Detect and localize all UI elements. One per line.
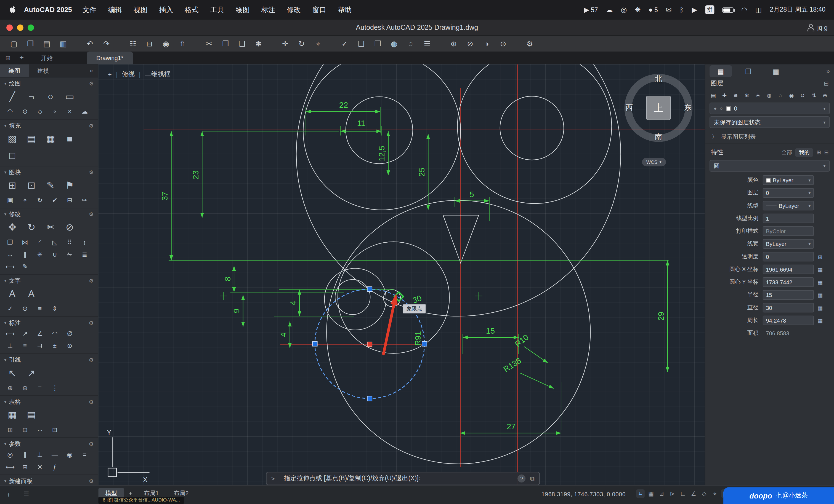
property-value-1[interactable]: 0▾	[763, 188, 814, 198]
grip-center-hot[interactable]	[367, 342, 372, 347]
gradient-icon[interactable]: ▦	[41, 131, 60, 147]
battery-icon[interactable]	[722, 7, 733, 13]
cut-icon[interactable]: ✂	[202, 37, 215, 50]
close-window-button[interactable]	[6, 24, 13, 30]
circle-icon[interactable]: ○	[41, 89, 60, 105]
boundary-icon[interactable]: □	[3, 148, 22, 164]
cloud-icon[interactable]: ☁	[606, 6, 613, 14]
angular-dimension-icon[interactable]: ∠	[33, 328, 47, 339]
gear-icon[interactable]: ⚙	[89, 441, 93, 446]
property-value-9[interactable]: 15	[763, 290, 814, 300]
gear-icon[interactable]: ⚙	[89, 211, 93, 217]
property-value-4[interactable]: ByColor	[763, 226, 814, 236]
menubar-menu-3[interactable]: 插入	[159, 5, 173, 15]
property-value-3[interactable]: 1	[763, 214, 814, 223]
menubar-menu-1[interactable]: 编辑	[108, 5, 122, 15]
gear-icon[interactable]: ⚙	[89, 122, 93, 128]
sheet-set-panel-tab[interactable]: ❒	[737, 65, 760, 77]
menubar-menu-10[interactable]: 帮助	[338, 5, 352, 15]
table-panel-tab[interactable]: ▦	[765, 65, 787, 77]
input-method-icon[interactable]: 拼	[705, 5, 714, 14]
baseline-dimension-icon[interactable]: ≡	[18, 340, 32, 351]
tab-drawing1[interactable]: Drawing1*	[87, 51, 133, 64]
ellipse-icon[interactable]: ⊙	[18, 106, 32, 117]
menubar-clock[interactable]: 2月28日 周五 18:40	[770, 5, 826, 14]
bluetooth-icon[interactable]: ᛒ	[680, 6, 684, 14]
tab-overview-icon[interactable]: ⊞	[5, 54, 10, 62]
insert-block-icon[interactable]: ⊞	[3, 178, 22, 193]
pin-panel-icon[interactable]: ⊟	[824, 150, 829, 155]
tab-start[interactable]: 开始	[31, 51, 62, 64]
viewcube[interactable]: 北 南 西 东 上	[624, 74, 693, 142]
paste-icon[interactable]: ❏	[236, 37, 248, 50]
horizontal-constraint-icon[interactable]: —	[48, 449, 62, 460]
menubar-menu-7[interactable]: 标注	[261, 5, 275, 15]
play-icon[interactable]: ▶	[692, 6, 697, 14]
hatch-pattern-icon[interactable]: ▤	[22, 131, 41, 147]
mirror-icon[interactable]: ⋈	[18, 236, 32, 248]
command-history-icon[interactable]: ⧉	[530, 475, 534, 482]
redo-icon[interactable]: ↷	[100, 37, 113, 50]
menubar-menu-4[interactable]: 格式	[184, 5, 198, 15]
plot-icon[interactable]: ☷	[127, 37, 139, 50]
layer-match-icon[interactable]: ≌	[731, 91, 741, 99]
menubar-app-name[interactable]: AutoCAD 2025	[24, 6, 72, 14]
property-value-8[interactable]: 1733.7442	[763, 277, 814, 287]
qnew-icon[interactable]: ▢	[7, 37, 20, 50]
polar-tracking-toggle[interactable]: ∠	[689, 489, 698, 498]
rotate-icon[interactable]: ↻	[22, 220, 41, 235]
linear-parameter-icon[interactable]: ⟷	[3, 461, 17, 472]
pan-icon[interactable]: ✛	[279, 37, 291, 50]
coincident-constraint-icon[interactable]: ◎	[3, 449, 17, 460]
layers-panel-tab[interactable]: ▤	[709, 65, 732, 77]
check-spelling-icon[interactable]: ✓	[3, 303, 17, 314]
create-block-icon[interactable]: ⊡	[22, 178, 41, 193]
attach-xref-icon[interactable]: ⊕	[447, 37, 460, 50]
ungroup-icon[interactable]: ❒	[371, 37, 384, 50]
minimize-window-button[interactable]	[17, 24, 23, 30]
layer-isolate-icon[interactable]: ◍	[765, 91, 774, 99]
message-icon[interactable]: ✉	[666, 6, 672, 14]
define-attribute-icon[interactable]: ⚑	[61, 178, 79, 193]
edit-block-icon[interactable]: ✎	[41, 178, 60, 193]
palette-tab-draw[interactable]: 绘图	[0, 64, 29, 77]
chevron-down-icon[interactable]: ▾	[808, 178, 811, 183]
continue-dimension-icon[interactable]: ⇉	[33, 340, 47, 351]
copy-object-icon[interactable]: ❐	[3, 236, 17, 248]
solid-fill-icon[interactable]: ■	[61, 131, 79, 147]
add-palette-icon[interactable]: ＋	[5, 490, 12, 500]
drawing-canvas[interactable]: 22 11 12,5 23 37 25 5 8 9 4 4 30 15 R10 …	[98, 64, 705, 485]
owl-geometry[interactable]	[297, 64, 621, 464]
hatch-icon[interactable]: ▨	[3, 131, 22, 147]
remove-leader-icon[interactable]: ⊖	[18, 382, 32, 393]
undo-icon[interactable]: ↶	[84, 37, 96, 50]
layer-unisolate-icon[interactable]: ◌	[775, 91, 785, 99]
parameter-manager-icon[interactable]: ƒ	[48, 461, 62, 472]
show-layer-list-row[interactable]: 〉 显示图层列表	[705, 130, 834, 143]
grip-right[interactable]	[422, 341, 427, 346]
break-icon[interactable]: ✁	[63, 249, 76, 260]
menubar-menu-8[interactable]: 修改	[287, 5, 301, 15]
menubar-menu-6[interactable]: 绘图	[236, 5, 249, 15]
gear-icon[interactable]: ⚙	[89, 478, 93, 484]
plot-preview-icon[interactable]: ◉	[159, 37, 172, 50]
quick-calc-icon[interactable]: ▦	[816, 278, 824, 287]
panel-dock-icon[interactable]: ⊟	[824, 80, 829, 87]
options-icon[interactable]: ⚙	[523, 37, 536, 50]
ordinate-dimension-icon[interactable]: ⊥	[3, 340, 17, 351]
palette-tab-model[interactable]: 建模	[29, 64, 58, 77]
filter-all[interactable]: 全部	[782, 148, 792, 156]
match-properties-icon[interactable]: ✽	[252, 37, 265, 50]
command-text[interactable]: 指定拉伸点或 [基点(B)/复制(C)/放弃(U)/退出(X)]:	[284, 474, 420, 483]
collect-leader-icon[interactable]: ⋮	[48, 382, 62, 393]
arc-icon[interactable]: ◠	[3, 106, 17, 117]
property-value-0[interactable]: ByLayer▾	[763, 175, 814, 185]
viewcube-west[interactable]: 西	[626, 103, 633, 113]
section-collapse-icon[interactable]: ▾	[4, 81, 6, 86]
base-point-icon[interactable]: ⌖	[18, 194, 32, 205]
property-value-2[interactable]: ByLayer▾	[763, 201, 814, 211]
cell-style-icon[interactable]: ⊡	[48, 424, 62, 435]
trim-icon[interactable]: ✂	[41, 220, 60, 235]
gear-icon[interactable]: ⚙	[89, 357, 93, 363]
block-sync-icon[interactable]: ↻	[33, 194, 47, 205]
